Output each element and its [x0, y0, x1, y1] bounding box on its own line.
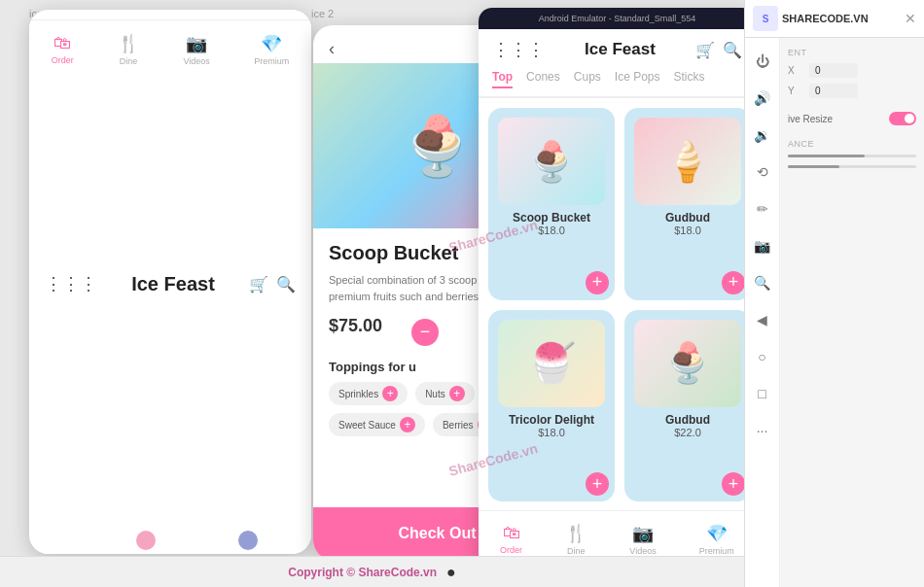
phone2-label: ice 2: [311, 8, 334, 19]
phone3-nav-videos[interactable]: 📷 Videos: [629, 523, 656, 556]
logo-area: S SHARECODE.VN: [753, 6, 869, 31]
phone3-name-3: Tricolor Delight: [509, 413, 594, 427]
phone3-add-4[interactable]: +: [722, 472, 745, 496]
nav-premium[interactable]: 💎 Premium: [254, 33, 289, 66]
phone3-premium-label: Premium: [699, 546, 734, 556]
phone3-img-4: 🍨: [634, 320, 741, 407]
phone3-tab-cups[interactable]: Cups: [574, 70, 601, 88]
phone3-order-label: Order: [500, 545, 522, 555]
phone3-name-1: Scoop Bucket: [513, 211, 590, 224]
phone3-premium-icon: 💎: [706, 523, 728, 544]
phone3-product-2: 🍦 Gudbud $18.0 +: [624, 108, 751, 300]
topping-add-nuts[interactable]: +: [449, 386, 465, 401]
panel-tools: ⏻ 🔊 🔉 ⟲ ✏ 📷 🔍 ◀ ○ □ ···: [745, 38, 780, 587]
tool-pencil[interactable]: ✏: [749, 195, 776, 223]
slider-row-1: [788, 155, 916, 157]
qty-minus-btn[interactable]: −: [411, 319, 439, 346]
prop-row-x: X: [788, 63, 916, 78]
panel-body: ⏻ 🔊 🔉 ⟲ ✏ 📷 🔍 ◀ ○ □ ··· ENT X Y: [745, 38, 924, 587]
cart-icon[interactable]: 🛒: [249, 275, 268, 294]
phone3-cart-icon[interactable]: 🛒: [695, 41, 715, 59]
phone3-name-4: Gudbud: [665, 413, 710, 427]
tool-more[interactable]: ···: [749, 417, 776, 444]
phone3-grid-icon[interactable]: ⋮⋮⋮: [492, 39, 545, 60]
logo-text: SHARECODE.VN: [782, 13, 869, 24]
toggle-resize[interactable]: [889, 112, 916, 125]
prop-y-key: Y: [788, 86, 803, 96]
phone3-tab-cones[interactable]: Cones: [526, 70, 560, 88]
phone3-mockup: Android Emulator - Standard_Small_554 ⋮⋮…: [479, 8, 756, 567]
prop-label-ent: ENT: [788, 48, 916, 57]
phone3-add-2[interactable]: +: [722, 271, 745, 294]
tool-volume-down[interactable]: 🔉: [749, 121, 776, 149]
topping-sweetSauce[interactable]: Sweet Sauce +: [329, 413, 425, 436]
copyright-text: Copyright © ShareCode.vn: [288, 566, 437, 579]
phone1-app-title: Ice Feast: [131, 273, 215, 295]
topping-label-berries: Berries: [443, 420, 474, 431]
tool-zoom[interactable]: 🔍: [749, 269, 776, 296]
order-icon: 🛍: [53, 33, 71, 53]
phone3-tab-sticks[interactable]: Sticks: [674, 70, 705, 88]
phone3-price-2: $18.0: [674, 224, 701, 236]
phone3-products-grid: 🍨 Scoop Bucket $18.0 + 🍦 Gudbud $18.0 + …: [479, 98, 756, 511]
topping-add-sweetSauce[interactable]: +: [400, 417, 415, 432]
nav-videos[interactable]: 📷 Videos: [183, 33, 209, 66]
tool-camera[interactable]: 📷: [749, 232, 776, 259]
phone3-tab-top[interactable]: Top: [492, 70, 513, 88]
tool-power[interactable]: ⏻: [749, 48, 776, 75]
slider-fill-1: [788, 155, 865, 157]
nav-order[interactable]: 🛍 Order: [52, 33, 74, 65]
panel-header: S SHARECODE.VN ✕: [745, 0, 924, 38]
slider-fill-2: [788, 165, 839, 168]
phone3-add-3[interactable]: +: [586, 472, 609, 496]
search-icon[interactable]: 🔍: [276, 275, 296, 294]
phone3-app-title: Ice Feast: [585, 40, 656, 59]
phone3-nav-order[interactable]: 🛍 Order: [500, 523, 522, 555]
topping-nuts[interactable]: Nuts +: [415, 382, 475, 405]
phone3-img-1: 🍨: [498, 118, 605, 205]
phone3-header: ⋮⋮⋮ Ice Feast 🛒 🔍: [479, 29, 756, 66]
nav-order-label: Order: [52, 55, 74, 65]
premium-icon: 💎: [261, 33, 282, 54]
phone3-product-3: 🍧 Tricolor Delight $18.0 +: [488, 310, 615, 502]
nav-videos-label: Videos: [183, 56, 209, 66]
slider-track-2[interactable]: [788, 165, 916, 168]
right-panel: S SHARECODE.VN ✕ ⏻ 🔊 🔉 ⟲ ✏ 📷 🔍 ◀ ○ □ ···…: [744, 0, 924, 587]
prop-y-input[interactable]: [809, 84, 858, 98]
tool-circle[interactable]: ○: [749, 343, 776, 370]
phone3-nav-dine[interactable]: 🍴 Dine: [565, 523, 586, 556]
phone3-order-icon: 🛍: [503, 523, 520, 543]
phone3-nav-premium[interactable]: 💎 Premium: [699, 523, 734, 556]
phone3-img-2: 🍦: [634, 118, 741, 205]
tool-square[interactable]: □: [749, 380, 776, 407]
slider-track-1[interactable]: [788, 155, 916, 157]
nav-premium-label: Premium: [254, 56, 289, 66]
copyright-bar: Copyright © ShareCode.vn ●: [0, 556, 744, 587]
prop-section-resize: ive Resize: [788, 112, 916, 125]
phone3-add-1[interactable]: +: [586, 271, 609, 294]
phone1-bottom-nav: 🛍 Order 🍴 Dine 📷 Videos 💎 Premium: [29, 19, 311, 78]
pink-dot-1: [136, 531, 156, 550]
toggle-row-resize: ive Resize: [788, 112, 916, 125]
prop-section-ance: ANCE: [788, 139, 916, 168]
slider-row-2: [788, 165, 916, 168]
phone3-name-2: Gudbud: [665, 211, 710, 224]
phone3-tab-icepops[interactable]: Ice Pops: [615, 70, 660, 88]
android-emulator-label: Android Emulator - Standard_Small_554: [539, 14, 696, 23]
phone3-price-4: $22.0: [674, 427, 701, 438]
tool-volume-up[interactable]: 🔊: [749, 85, 776, 112]
grid-icon[interactable]: ⋮⋮⋮: [45, 273, 97, 294]
phone3-tabs: Top Cones Cups Ice Pops Sticks: [479, 66, 756, 98]
prop-x-input[interactable]: [809, 63, 858, 78]
prop-x-key: X: [788, 65, 803, 76]
tool-rotate[interactable]: ⟲: [749, 158, 776, 186]
topping-add-sprinkles[interactable]: +: [382, 386, 398, 401]
tool-back[interactable]: ◀: [749, 306, 776, 333]
prop-row-y: Y: [788, 84, 916, 98]
phone3-search-icon[interactable]: 🔍: [723, 41, 742, 59]
topping-label-sweetSauce: Sweet Sauce: [338, 420, 396, 431]
topping-sprinkles[interactable]: Sprinkles +: [329, 382, 408, 405]
nav-dine[interactable]: 🍴 Dine: [118, 33, 139, 66]
close-button[interactable]: ✕: [905, 11, 916, 26]
phone3-price-3: $18.0: [538, 427, 565, 438]
